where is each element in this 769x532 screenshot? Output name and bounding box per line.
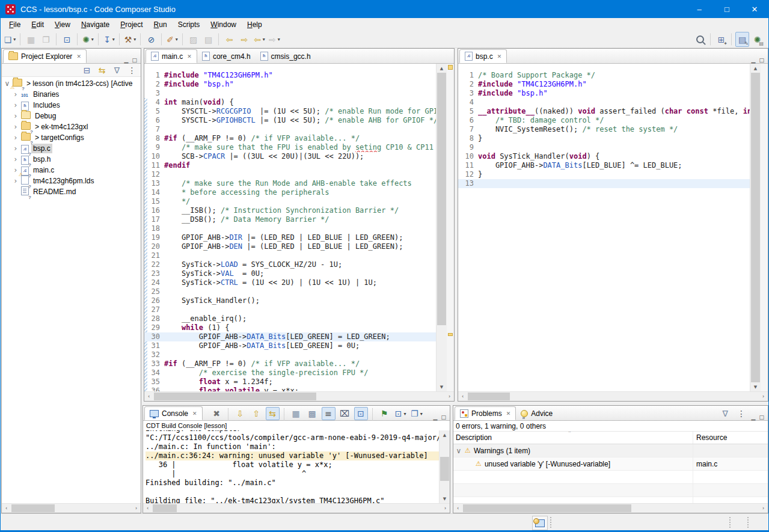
scroll-left-icon[interactable]: ‹: [453, 504, 462, 513]
scroll-up-icon[interactable]: ▲: [440, 430, 450, 439]
maximize-view-button[interactable]: □: [759, 414, 764, 420]
show-error-in-editor-button[interactable]: ⇆: [266, 407, 280, 420]
code-line[interactable]: 36 float volatile y = x*x;: [144, 387, 437, 391]
explorer-hscrollbar[interactable]: ‹ ›: [2, 503, 141, 513]
menu-file[interactable]: File: [4, 19, 26, 30]
tree-item[interactable]: ›.c⚠?main.c: [2, 165, 141, 176]
code-line[interactable]: 20 GPIOF_AHB->DEN |= (LED_RED | LED_BLUE…: [144, 242, 437, 251]
close-icon[interactable]: ✕: [187, 54, 192, 60]
minimize-view-button[interactable]: ▁: [434, 414, 438, 420]
tree-expander-icon[interactable]: ›: [13, 123, 19, 131]
tree-expander-icon[interactable]: ∨: [456, 447, 462, 455]
tab-cmsis_gcc-h[interactable]: hcmsis_gcc.h: [256, 49, 316, 63]
code-line[interactable]: 24 SysTick->CTRL = (1U << 2U) | (1U << 1…: [144, 278, 437, 287]
scroll-up-icon[interactable]: ▲: [437, 64, 447, 73]
open-console-button[interactable]: ❐▾: [410, 407, 424, 420]
close-icon[interactable]: ✕: [497, 54, 502, 60]
overview-occurrence-marker[interactable]: [448, 333, 453, 336]
editor-vscrollbar[interactable]: ▲ ▼: [436, 64, 447, 391]
code-line[interactable]: 7 NVIC_SystemReset(); /* reset the syste…: [458, 125, 750, 134]
code-line[interactable]: 14 * before accessing the peripherals: [144, 188, 437, 197]
code-line[interactable]: 32: [144, 350, 437, 359]
code-line[interactable]: 25: [144, 287, 437, 296]
close-icon[interactable]: ✕: [76, 54, 81, 60]
filter-button[interactable]: ∇: [718, 407, 732, 420]
tree-expander-icon[interactable]: ›: [13, 101, 19, 109]
next-error-button[interactable]: ⇩: [233, 407, 247, 420]
minimize-view-button[interactable]: ▁: [752, 57, 756, 63]
code-line[interactable]: 17 __DSB(); /* Data Memory Barrier */: [144, 215, 437, 224]
scroll-up-icon[interactable]: ▲: [750, 64, 761, 73]
code-line[interactable]: 6 SYSCTL->GPIOHBCTL |= (1U << 5U); /* en…: [144, 116, 437, 125]
scroll-thumb[interactable]: [463, 504, 631, 512]
code-line[interactable]: 31 GPIOF_AHB->DATA_Bits[LED_GREEN] = 0U;: [144, 341, 437, 350]
filter-button[interactable]: ∇: [110, 63, 124, 78]
code-line[interactable]: 11 GPIOF_AHB->DATA_Bits[LED_BLUE] ^= LED…: [458, 161, 750, 170]
maximize-view-button[interactable]: □: [441, 414, 446, 420]
code-line[interactable]: 21: [144, 251, 437, 260]
menu-edit[interactable]: Edit: [26, 19, 49, 30]
code-line[interactable]: 1#include "TM4C123GH6PM.h": [144, 71, 437, 80]
code-line[interactable]: 12: [144, 170, 437, 179]
code-editor-main-c[interactable]: 1#include "TM4C123GH6PM.h"2#include "bsp…: [144, 64, 437, 391]
code-line[interactable]: 15 */: [144, 197, 437, 206]
console-output-area[interactable]: Invoking: GNU Compiler"C:/TI/ccs1100/ccs…: [143, 430, 450, 503]
tree-expander-icon[interactable]: ›: [13, 155, 19, 164]
code-line[interactable]: 8#if (__ARM_FP != 0) /* if VFP available…: [144, 134, 437, 143]
scroll-right-icon[interactable]: ›: [132, 504, 141, 513]
code-line[interactable]: 11#endif: [144, 161, 437, 170]
export-build-log-button[interactable]: ▦: [289, 407, 303, 420]
close-icon[interactable]: ✕: [192, 411, 197, 417]
code-line[interactable]: 9: [458, 143, 750, 152]
code-line[interactable]: 22 SysTick->LOAD = SYS_CLOCK_HZ/2U - 1U;: [144, 260, 437, 269]
target-console-button[interactable]: ⊡: [60, 32, 74, 47]
tab-problems[interactable]: Problems✕: [455, 406, 516, 420]
console-hscrollbar[interactable]: ‹ ›: [143, 503, 450, 513]
back-button[interactable]: ⇦▾: [253, 32, 266, 47]
scroll-thumb[interactable]: [11, 504, 55, 512]
tree-item[interactable]: ›?tm4c123gh6pm.lds: [2, 176, 141, 186]
code-line[interactable]: 13: [458, 179, 750, 188]
overview-warning-marker[interactable]: [448, 65, 453, 70]
code-line[interactable]: 12}: [458, 170, 750, 179]
link-with-editor-button[interactable]: ⇆: [95, 63, 109, 78]
flash-button[interactable]: ↧▾: [102, 32, 116, 47]
code-line[interactable]: 9 /* make sure that the FPU is enabled b…: [144, 143, 437, 152]
scroll-thumb[interactable]: [440, 457, 449, 481]
view-menu-button[interactable]: ⋮: [735, 407, 749, 420]
editor-hscrollbar[interactable]: ‹ ›: [458, 391, 768, 401]
code-line[interactable]: 4int main(void) {: [144, 98, 437, 107]
tree-item[interactable]: ›h?bsp.h: [2, 154, 141, 165]
debug-button[interactable]: ✺▾: [81, 32, 95, 47]
tree-item[interactable]: ›hIncludes: [2, 100, 141, 111]
code-line[interactable]: 5 SYSCTL->RCGCGPIO |= (1U << 5U); /* ena…: [144, 107, 437, 116]
scroll-right-icon[interactable]: ›: [759, 504, 768, 513]
tree-expander-icon[interactable]: ›: [13, 90, 19, 99]
pin-console-button[interactable]: ⚑: [378, 407, 391, 420]
code-line[interactable]: 1/* Board Support Package */: [458, 71, 750, 80]
code-line[interactable]: 13 /* make sure the Run Mode and AHB-ena…: [144, 179, 437, 188]
tree-item[interactable]: ›.c?bsp.c: [2, 143, 141, 154]
last-edit-back-button[interactable]: ⇦: [222, 32, 236, 47]
close-icon[interactable]: ✕: [506, 411, 511, 417]
code-line[interactable]: 10 SCB->CPACR |= ((3UL << 20U)|(3UL << 2…: [144, 152, 437, 161]
column-description[interactable]: Description: [453, 432, 693, 444]
scroll-left-icon[interactable]: ‹: [144, 392, 153, 401]
scroll-down-icon[interactable]: ▼: [440, 494, 450, 503]
scroll-thumb[interactable]: [468, 393, 510, 400]
scroll-right-icon[interactable]: ›: [759, 392, 768, 401]
code-line[interactable]: 3: [144, 89, 437, 98]
minimize-view-button[interactable]: ▁: [752, 414, 756, 420]
collapse-all-button[interactable]: ⊟: [80, 63, 94, 78]
scroll-thumb[interactable]: [153, 504, 177, 512]
problems-hscrollbar[interactable]: ‹ ›: [453, 503, 768, 513]
tab-main-c[interactable]: .cmain.c✕: [146, 49, 197, 63]
maximize-button[interactable]: □: [713, 0, 741, 18]
scroll-down-icon[interactable]: ▼: [750, 382, 761, 391]
lock-console-button[interactable]: ▩: [305, 407, 319, 420]
tree-expander-icon[interactable]: ›: [13, 112, 19, 120]
overview-ruler[interactable]: [447, 64, 454, 391]
tree-expander-icon[interactable]: ›: [13, 133, 19, 142]
tree-item[interactable]: ›?> ek-tm4c123gxl: [2, 121, 141, 132]
code-line[interactable]: 33#if (__ARM_FP != 0) /* if VFP availabl…: [144, 359, 437, 368]
